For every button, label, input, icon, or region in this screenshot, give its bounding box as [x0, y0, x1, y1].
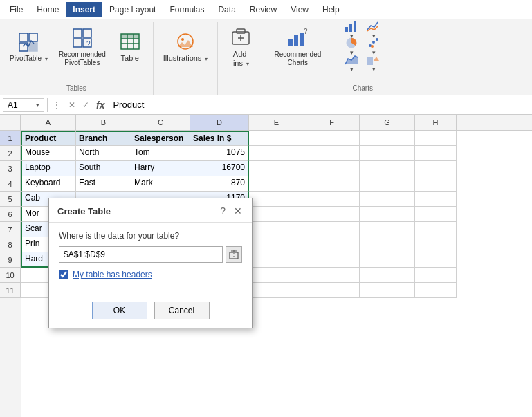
formula-confirm-icon[interactable]: ✓	[81, 99, 91, 111]
svg-rect-27	[345, 27, 348, 32]
ribbon-group-illustrations: Illustrations ▾	[154, 22, 219, 95]
ribbon: PivotTable ▾ ? RecommendedPivotTables	[0, 19, 532, 95]
table-label: Table	[121, 54, 139, 63]
illustrations-label: Illustrations ▾	[163, 54, 208, 63]
recommended-charts-label: RecommendedCharts	[274, 50, 321, 67]
svg-rect-3	[29, 43, 37, 51]
range-picker-button[interactable]	[226, 246, 242, 263]
spreadsheet: A B C D E F G H 1234567891011 ProductBra…	[0, 115, 532, 417]
dialog-ok-button[interactable]: OK	[92, 302, 147, 319]
cell-reference-box[interactable]: A1 ▾	[3, 98, 44, 112]
dialog-checkbox-row: My table has headers	[59, 270, 242, 279]
formula-bar: A1 ▾ ⋮ ✕ ✓ fx	[0, 95, 532, 115]
menu-insert[interactable]: Insert	[66, 2, 102, 17]
svg-rect-6	[73, 39, 82, 47]
ribbon-group-rec-charts: ? RecommendedCharts	[264, 22, 331, 95]
svg-rect-5	[83, 29, 91, 37]
fx-icon[interactable]: fx	[95, 98, 106, 112]
add-ins-icon	[230, 26, 252, 48]
cell-ref-value: A1	[8, 100, 18, 110]
svg-rect-20	[237, 29, 245, 33]
dialog-close-button[interactable]: ✕	[232, 204, 244, 218]
recommended-pivot-label: RecommendedPivotTables	[59, 50, 106, 67]
svg-point-18	[181, 38, 184, 41]
svg-text:?: ?	[86, 40, 91, 48]
tables-group-label: Tables	[66, 84, 86, 95]
add-ins-label: Add-ins ▾	[233, 50, 249, 68]
more-charts-button[interactable]: ▾	[364, 55, 383, 71]
svg-rect-15	[127, 34, 134, 39]
recommended-charts-icon: ?	[286, 27, 309, 49]
svg-text:?: ?	[304, 28, 308, 35]
dialog-overlay: Create Table ? ✕ Where is the data for y…	[0, 115, 532, 417]
formula-cancel-icon[interactable]: ✕	[67, 99, 77, 111]
dialog-footer: OK Cancel	[49, 297, 252, 328]
svg-rect-23	[288, 39, 293, 46]
pivot-table-button[interactable]: PivotTable ▾	[6, 22, 52, 72]
add-ins-button[interactable]: Add-ins ▾	[223, 22, 258, 72]
illustrations-icon	[174, 30, 196, 53]
table-button[interactable]: Table	[113, 22, 147, 72]
recommended-pivot-button[interactable]: ? RecommendedPivotTables	[55, 22, 110, 72]
menu-view[interactable]: View	[284, 2, 315, 17]
formula-more-icon[interactable]: ⋮	[51, 98, 63, 112]
pivot-table-label: PivotTable ▾	[10, 55, 48, 63]
svg-rect-28	[349, 24, 352, 32]
headers-checkbox[interactable]	[59, 270, 68, 279]
illustrations-button[interactable]: Illustrations ▾	[159, 22, 212, 72]
menu-page-layout[interactable]: Page Layout	[102, 2, 163, 17]
dialog-title-bar: Create Table ? ✕	[49, 198, 252, 223]
dialog-body: Where is the data for your table?	[49, 223, 252, 297]
cell-ref-dropdown-icon[interactable]: ▾	[36, 102, 39, 109]
menu-file[interactable]: File	[3, 2, 30, 17]
menu-data[interactable]: Data	[211, 2, 242, 17]
svg-rect-14	[121, 34, 127, 39]
svg-rect-4	[73, 29, 82, 37]
svg-rect-24	[294, 35, 298, 46]
scatter-chart-button[interactable]: ▾	[364, 39, 383, 54]
ribbon-group-addins: Add-ins ▾	[218, 22, 264, 95]
pie-chart-button[interactable]: ▾	[342, 39, 361, 54]
formula-action-icons: ⋮ ✕ ✓ fx	[51, 98, 106, 112]
ribbon-group-tables: PivotTable ▾ ? RecommendedPivotTables	[0, 22, 154, 95]
table-range-input[interactable]	[59, 246, 223, 263]
recommended-charts-button[interactable]: ? RecommendedCharts	[270, 22, 325, 72]
dialog-input-row	[59, 246, 242, 263]
ribbon-group-charts: ▾ ▾ ▾ ▾	[331, 22, 394, 95]
menubar: File Home Insert Page Layout Formulas Da…	[0, 0, 532, 19]
dialog-title: Create Table	[57, 206, 111, 216]
table-icon	[119, 30, 141, 53]
svg-rect-29	[354, 21, 356, 32]
create-table-dialog: Create Table ? ✕ Where is the data for y…	[48, 198, 253, 328]
area-chart-button[interactable]: ▾	[342, 55, 361, 71]
recommended-pivot-icon: ?	[71, 27, 93, 49]
formula-input[interactable]	[109, 98, 529, 111]
svg-point-32	[372, 41, 375, 44]
svg-rect-0	[19, 33, 28, 41]
menu-review[interactable]: Review	[243, 2, 284, 17]
menu-formulas[interactable]: Formulas	[163, 2, 211, 17]
menu-help[interactable]: Help	[315, 2, 347, 17]
svg-point-33	[376, 38, 378, 41]
formula-divider	[47, 98, 48, 112]
svg-point-34	[371, 45, 374, 48]
charts-group-label: Charts	[353, 84, 373, 95]
svg-rect-16	[134, 34, 139, 39]
svg-rect-1	[29, 33, 37, 41]
headers-checkbox-label[interactable]: My table has headers	[73, 270, 152, 279]
bar-chart-button[interactable]: ▾	[342, 22, 361, 37]
dialog-question-text: Where is the data for your table?	[59, 231, 242, 241]
svg-rect-36	[367, 57, 373, 65]
dialog-help-button[interactable]: ?	[219, 204, 227, 218]
menu-home[interactable]: Home	[30, 2, 66, 17]
line-chart-button[interactable]: ▾	[364, 22, 383, 37]
pivot-table-icon	[17, 31, 39, 53]
dialog-title-icons: ? ✕	[219, 204, 244, 218]
dialog-cancel-button[interactable]: Cancel	[154, 302, 210, 319]
